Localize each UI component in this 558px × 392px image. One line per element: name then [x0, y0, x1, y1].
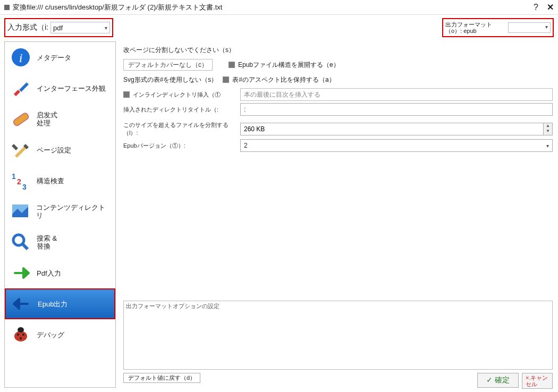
no-default-cover-label: デフォルトカバーなし（c）: [128, 61, 208, 70]
dir-title-label: 挿入されたディレクトリタイトル（:: [123, 106, 240, 114]
sidebar-item-label: メタデータ: [37, 54, 71, 62]
arrow-left-icon: [11, 293, 32, 314]
sidebar-item-epub-output[interactable]: Epub出力: [5, 288, 115, 319]
bandaid-icon: [10, 108, 31, 130]
sidebar-item-label: Epub出力: [38, 300, 67, 308]
main-panel: 改ページに分割しないでください（s） デフォルトカバーなし（c） Epubファイ…: [116, 41, 558, 392]
svg-text:2: 2: [17, 177, 21, 186]
window-icon: [4, 5, 10, 10]
bug-icon: [10, 324, 31, 345]
magnifier-icon: [10, 232, 31, 253]
cancel-label: ×.キャンセル: [526, 374, 548, 387]
sidebar-item-label: デバッグ: [37, 331, 64, 339]
cancel-button[interactable]: ×.キャンセル: [522, 373, 553, 389]
keep-aspect-checkbox[interactable]: 表#のアスペクト比を保持する（a）: [223, 75, 335, 84]
description-label: 出力フォーマットオプションの設定: [126, 303, 219, 309]
close-icon[interactable]: ✕: [547, 2, 554, 12]
sidebar-item-label: インターフェース外観: [37, 84, 106, 92]
tools-icon: [10, 139, 31, 160]
toc-at-end-field[interactable]: 本の最後に目次を挿入する: [240, 88, 553, 101]
help-icon[interactable]: ?: [534, 3, 538, 12]
sidebar-item-label: 启发式 处理: [37, 111, 57, 127]
description-area: 出力フォーマットオプションの設定: [123, 301, 553, 370]
no-default-cover-button[interactable]: デフォルトカバーなし（c）: [123, 59, 213, 71]
dir-title-input[interactable]: [240, 103, 553, 116]
sidebar-item-interface[interactable]: インターフェース外観: [5, 73, 115, 104]
restore-defaults-button[interactable]: デフォルト値に戻す（d）: [123, 373, 200, 383]
numbers-icon: 123: [10, 170, 31, 191]
window-title: 変換file:/// c/users/lin/desktop/新規フォルダ (2…: [13, 3, 534, 12]
no-page-split-label: 改ページに分割しないでください（s）: [123, 46, 235, 55]
svg-line-8: [22, 244, 28, 249]
output-format-combo[interactable]: [508, 22, 551, 33]
svg-point-11: [22, 334, 24, 336]
sidebar-item-metadata[interactable]: i メタデータ: [5, 42, 115, 73]
titlebar: 変換file:/// c/users/lin/desktop/新規フォルダ (2…: [0, 0, 558, 15]
output-format-label: 出力フォーマット（o）: epub: [445, 21, 508, 34]
svg-rect-2: [13, 112, 29, 126]
svg-text:i: i: [19, 51, 23, 65]
split-size-label: このサイズを超えるファイルを分割する（l）:: [123, 121, 240, 137]
split-size-input[interactable]: [240, 123, 543, 135]
epub-version-label: Epubバージョン（①）:: [123, 142, 240, 150]
input-format-box: 入力形式（i: pdf: [4, 18, 113, 37]
sidebar-item-pdf-input[interactable]: Pdf入力: [5, 258, 115, 288]
sidebar-item-search-replace[interactable]: 搜索 & 替換: [5, 227, 115, 258]
checkbox-icon: [223, 76, 229, 83]
arrow-right-icon: [10, 262, 31, 284]
sidebar-item-label: Pdf入力: [37, 269, 61, 277]
expand-epub-structure-label: Epubファイル構造を展開する（e）: [238, 61, 340, 70]
epub-version-select[interactable]: 2: [240, 139, 553, 152]
sidebar-item-content-dir[interactable]: コンテンツディレクトリ: [5, 196, 115, 227]
output-format-box: 出力フォーマット（o）: epub: [442, 18, 554, 37]
input-format-label: 入力形式（i:: [7, 23, 48, 32]
sidebar-item-structure[interactable]: 123 構造検査: [5, 165, 115, 196]
svg-point-10: [17, 334, 19, 336]
brush-icon: [10, 78, 31, 99]
sidebar-item-label: コンテンツディレクトリ: [36, 203, 110, 219]
restore-defaults-label: デフォルト値に戻す（d）: [128, 374, 196, 381]
no-svg-tables-label: Svg形式の表#を使用しない（s）: [123, 75, 217, 84]
input-format-value: pdf: [53, 24, 63, 32]
svg-text:3: 3: [22, 183, 27, 191]
sidebar-item-label: 搜索 & 替換: [37, 234, 57, 250]
keep-aspect-label: 表#のアスペクト比を保持する（a）: [232, 75, 335, 84]
sidebar-item-label: 構造検査: [37, 177, 64, 185]
sidebar-item-heuristic[interactable]: 启发式 处理: [5, 104, 115, 134]
inline-dir-label: インラインディレクトリ挿入（①: [133, 91, 221, 99]
checkbox-icon: [229, 62, 235, 68]
svg-text:1: 1: [12, 172, 16, 181]
svg-point-12: [20, 337, 22, 339]
expand-epub-structure-checkbox[interactable]: Epubファイル構造を展開する（e）: [229, 61, 340, 70]
sidebar-item-page-setup[interactable]: ページ設定: [5, 134, 115, 165]
checkbox-icon: [123, 91, 130, 98]
sidebar-item-debug[interactable]: デバッグ: [5, 319, 115, 350]
input-format-combo[interactable]: pdf: [50, 22, 110, 33]
ok-button[interactable]: 確定: [477, 373, 519, 388]
split-size-spinner[interactable]: ▲▼: [543, 123, 553, 135]
sidebar: i メタデータ インターフェース外観 启发式 处理 ページ設定 123: [4, 41, 116, 388]
sidebar-item-label: ページ設定: [37, 146, 71, 154]
toc-at-end-placeholder: 本の最後に目次を挿入する: [244, 90, 320, 99]
svg-point-13: [18, 327, 24, 333]
ok-label: 確定: [495, 376, 510, 384]
epub-version-value: 2: [244, 142, 248, 149]
image-icon: [10, 201, 31, 222]
info-icon: i: [10, 47, 31, 68]
